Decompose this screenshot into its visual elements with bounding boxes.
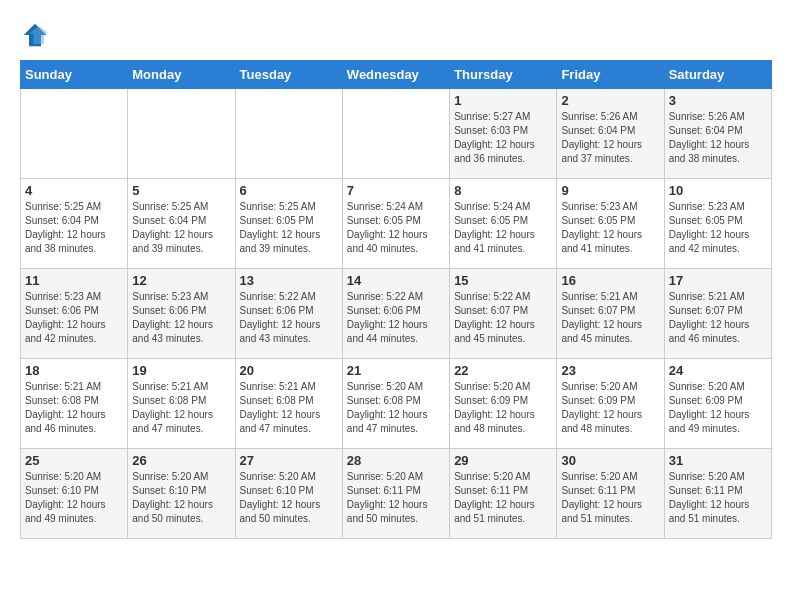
calendar-cell: 26Sunrise: 5:20 AM Sunset: 6:10 PM Dayli… <box>128 449 235 539</box>
day-number: 21 <box>347 363 445 378</box>
calendar-cell: 29Sunrise: 5:20 AM Sunset: 6:11 PM Dayli… <box>450 449 557 539</box>
calendar-cell: 2Sunrise: 5:26 AM Sunset: 6:04 PM Daylig… <box>557 89 664 179</box>
cell-content: Sunrise: 5:22 AM Sunset: 6:06 PM Dayligh… <box>240 290 338 346</box>
cell-content: Sunrise: 5:22 AM Sunset: 6:07 PM Dayligh… <box>454 290 552 346</box>
cell-content: Sunrise: 5:21 AM Sunset: 6:07 PM Dayligh… <box>669 290 767 346</box>
calendar-cell <box>342 89 449 179</box>
cell-content: Sunrise: 5:20 AM Sunset: 6:11 PM Dayligh… <box>669 470 767 526</box>
day-number: 23 <box>561 363 659 378</box>
day-number: 3 <box>669 93 767 108</box>
cell-content: Sunrise: 5:26 AM Sunset: 6:04 PM Dayligh… <box>561 110 659 166</box>
calendar-week-row: 18Sunrise: 5:21 AM Sunset: 6:08 PM Dayli… <box>21 359 772 449</box>
day-number: 28 <box>347 453 445 468</box>
calendar-cell: 15Sunrise: 5:22 AM Sunset: 6:07 PM Dayli… <box>450 269 557 359</box>
calendar-week-row: 11Sunrise: 5:23 AM Sunset: 6:06 PM Dayli… <box>21 269 772 359</box>
day-number: 9 <box>561 183 659 198</box>
day-number: 5 <box>132 183 230 198</box>
day-number: 30 <box>561 453 659 468</box>
cell-content: Sunrise: 5:21 AM Sunset: 6:08 PM Dayligh… <box>25 380 123 436</box>
cell-content: Sunrise: 5:25 AM Sunset: 6:04 PM Dayligh… <box>25 200 123 256</box>
cell-content: Sunrise: 5:23 AM Sunset: 6:05 PM Dayligh… <box>669 200 767 256</box>
calendar-cell: 12Sunrise: 5:23 AM Sunset: 6:06 PM Dayli… <box>128 269 235 359</box>
calendar-cell: 22Sunrise: 5:20 AM Sunset: 6:09 PM Dayli… <box>450 359 557 449</box>
day-number: 11 <box>25 273 123 288</box>
calendar-cell: 27Sunrise: 5:20 AM Sunset: 6:10 PM Dayli… <box>235 449 342 539</box>
calendar-cell: 30Sunrise: 5:20 AM Sunset: 6:11 PM Dayli… <box>557 449 664 539</box>
calendar-cell: 18Sunrise: 5:21 AM Sunset: 6:08 PM Dayli… <box>21 359 128 449</box>
calendar-cell: 17Sunrise: 5:21 AM Sunset: 6:07 PM Dayli… <box>664 269 771 359</box>
calendar-cell: 8Sunrise: 5:24 AM Sunset: 6:05 PM Daylig… <box>450 179 557 269</box>
calendar-cell: 21Sunrise: 5:20 AM Sunset: 6:08 PM Dayli… <box>342 359 449 449</box>
weekday-header-tuesday: Tuesday <box>235 61 342 89</box>
calendar-cell: 3Sunrise: 5:26 AM Sunset: 6:04 PM Daylig… <box>664 89 771 179</box>
cell-content: Sunrise: 5:25 AM Sunset: 6:04 PM Dayligh… <box>132 200 230 256</box>
calendar-cell: 13Sunrise: 5:22 AM Sunset: 6:06 PM Dayli… <box>235 269 342 359</box>
day-number: 29 <box>454 453 552 468</box>
calendar-cell: 1Sunrise: 5:27 AM Sunset: 6:03 PM Daylig… <box>450 89 557 179</box>
calendar-cell: 7Sunrise: 5:24 AM Sunset: 6:05 PM Daylig… <box>342 179 449 269</box>
calendar-cell: 25Sunrise: 5:20 AM Sunset: 6:10 PM Dayli… <box>21 449 128 539</box>
day-number: 10 <box>669 183 767 198</box>
calendar-cell: 4Sunrise: 5:25 AM Sunset: 6:04 PM Daylig… <box>21 179 128 269</box>
day-number: 12 <box>132 273 230 288</box>
logo-icon <box>20 20 50 50</box>
calendar-cell: 11Sunrise: 5:23 AM Sunset: 6:06 PM Dayli… <box>21 269 128 359</box>
cell-content: Sunrise: 5:24 AM Sunset: 6:05 PM Dayligh… <box>347 200 445 256</box>
cell-content: Sunrise: 5:20 AM Sunset: 6:11 PM Dayligh… <box>454 470 552 526</box>
calendar-cell <box>128 89 235 179</box>
day-number: 2 <box>561 93 659 108</box>
calendar-cell: 9Sunrise: 5:23 AM Sunset: 6:05 PM Daylig… <box>557 179 664 269</box>
calendar-cell: 19Sunrise: 5:21 AM Sunset: 6:08 PM Dayli… <box>128 359 235 449</box>
day-number: 4 <box>25 183 123 198</box>
calendar-cell: 16Sunrise: 5:21 AM Sunset: 6:07 PM Dayli… <box>557 269 664 359</box>
weekday-header-friday: Friday <box>557 61 664 89</box>
day-number: 1 <box>454 93 552 108</box>
cell-content: Sunrise: 5:20 AM Sunset: 6:10 PM Dayligh… <box>132 470 230 526</box>
calendar-cell: 23Sunrise: 5:20 AM Sunset: 6:09 PM Dayli… <box>557 359 664 449</box>
cell-content: Sunrise: 5:20 AM Sunset: 6:09 PM Dayligh… <box>454 380 552 436</box>
day-number: 8 <box>454 183 552 198</box>
day-number: 18 <box>25 363 123 378</box>
cell-content: Sunrise: 5:27 AM Sunset: 6:03 PM Dayligh… <box>454 110 552 166</box>
calendar-cell: 14Sunrise: 5:22 AM Sunset: 6:06 PM Dayli… <box>342 269 449 359</box>
calendar-table: SundayMondayTuesdayWednesdayThursdayFrid… <box>20 60 772 539</box>
weekday-header-sunday: Sunday <box>21 61 128 89</box>
cell-content: Sunrise: 5:20 AM Sunset: 6:11 PM Dayligh… <box>561 470 659 526</box>
day-number: 27 <box>240 453 338 468</box>
calendar-cell: 31Sunrise: 5:20 AM Sunset: 6:11 PM Dayli… <box>664 449 771 539</box>
day-number: 22 <box>454 363 552 378</box>
cell-content: Sunrise: 5:23 AM Sunset: 6:06 PM Dayligh… <box>25 290 123 346</box>
calendar-week-row: 4Sunrise: 5:25 AM Sunset: 6:04 PM Daylig… <box>21 179 772 269</box>
cell-content: Sunrise: 5:21 AM Sunset: 6:08 PM Dayligh… <box>240 380 338 436</box>
day-number: 31 <box>669 453 767 468</box>
day-number: 17 <box>669 273 767 288</box>
cell-content: Sunrise: 5:20 AM Sunset: 6:08 PM Dayligh… <box>347 380 445 436</box>
cell-content: Sunrise: 5:25 AM Sunset: 6:05 PM Dayligh… <box>240 200 338 256</box>
day-number: 19 <box>132 363 230 378</box>
calendar-week-row: 1Sunrise: 5:27 AM Sunset: 6:03 PM Daylig… <box>21 89 772 179</box>
day-number: 25 <box>25 453 123 468</box>
calendar-cell: 6Sunrise: 5:25 AM Sunset: 6:05 PM Daylig… <box>235 179 342 269</box>
logo <box>20 20 54 50</box>
calendar-cell <box>21 89 128 179</box>
cell-content: Sunrise: 5:21 AM Sunset: 6:07 PM Dayligh… <box>561 290 659 346</box>
cell-content: Sunrise: 5:24 AM Sunset: 6:05 PM Dayligh… <box>454 200 552 256</box>
cell-content: Sunrise: 5:23 AM Sunset: 6:06 PM Dayligh… <box>132 290 230 346</box>
cell-content: Sunrise: 5:20 AM Sunset: 6:10 PM Dayligh… <box>240 470 338 526</box>
calendar-cell: 5Sunrise: 5:25 AM Sunset: 6:04 PM Daylig… <box>128 179 235 269</box>
day-number: 13 <box>240 273 338 288</box>
weekday-header-saturday: Saturday <box>664 61 771 89</box>
day-number: 14 <box>347 273 445 288</box>
weekday-header-wednesday: Wednesday <box>342 61 449 89</box>
page-header <box>20 20 772 50</box>
weekday-header-row: SundayMondayTuesdayWednesdayThursdayFrid… <box>21 61 772 89</box>
day-number: 15 <box>454 273 552 288</box>
cell-content: Sunrise: 5:20 AM Sunset: 6:10 PM Dayligh… <box>25 470 123 526</box>
day-number: 20 <box>240 363 338 378</box>
cell-content: Sunrise: 5:20 AM Sunset: 6:09 PM Dayligh… <box>561 380 659 436</box>
day-number: 24 <box>669 363 767 378</box>
cell-content: Sunrise: 5:23 AM Sunset: 6:05 PM Dayligh… <box>561 200 659 256</box>
day-number: 7 <box>347 183 445 198</box>
day-number: 26 <box>132 453 230 468</box>
calendar-cell <box>235 89 342 179</box>
